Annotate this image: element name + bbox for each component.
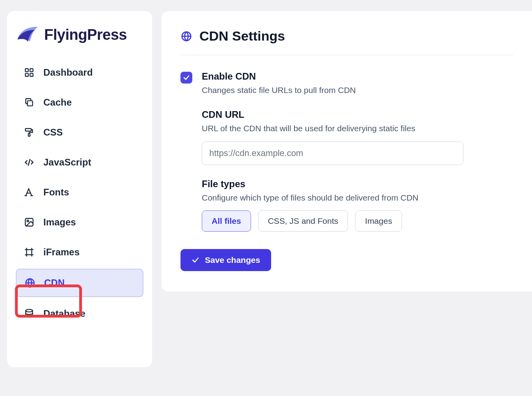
sidebar-item-images[interactable]: Images (16, 209, 143, 236)
check-icon (192, 256, 199, 264)
sidebar-item-cdn[interactable]: CDN (16, 269, 143, 297)
cdn-url-desc: URL of the CDN that will be used for del… (202, 123, 513, 134)
sidebar-item-label: Images (43, 217, 76, 228)
sidebar-item-iframes[interactable]: iFrames (16, 239, 143, 266)
main-panel: CDN Settings Enable CDN Changes static f… (162, 11, 532, 292)
file-types-options: All files CSS, JS and Fonts Images (202, 210, 513, 232)
cdn-url-field: CDN URL URL of the CDN that will be used… (202, 109, 513, 165)
file-types-desc: Configure which type of files should be … (202, 192, 513, 203)
svg-rect-1 (30, 69, 33, 72)
paint-roller-icon (24, 127, 35, 138)
svg-rect-5 (25, 128, 31, 131)
grid-icon (24, 67, 35, 78)
save-button[interactable]: Save changes (180, 249, 271, 271)
sidebar-item-database[interactable]: Database (16, 300, 143, 327)
svg-rect-0 (25, 69, 28, 72)
svg-rect-2 (25, 73, 28, 76)
page-header: CDN Settings (180, 28, 513, 55)
enable-cdn-checkbox[interactable] (180, 72, 192, 84)
enable-cdn-title: Enable CDN (202, 71, 513, 82)
enable-cdn-desc: Changes static file URLs to pull from CD… (202, 84, 513, 96)
copy-icon (24, 97, 35, 108)
sidebar-item-javascript[interactable]: JavaScript (16, 149, 143, 176)
svg-line-7 (28, 159, 30, 165)
sidebar-item-label: Database (43, 308, 86, 319)
sidebar-item-label: Cache (43, 97, 72, 108)
sidebar-item-css[interactable]: CSS (16, 119, 143, 146)
font-icon (24, 187, 35, 198)
cdn-url-input[interactable] (202, 141, 463, 165)
globe-icon (180, 30, 192, 42)
brand-name: FlyingPress (44, 26, 127, 43)
sidebar-item-label: iFrames (43, 247, 80, 258)
enable-cdn-section: Enable CDN Changes static file URLs to p… (180, 55, 513, 232)
database-icon (24, 308, 35, 319)
svg-point-12 (27, 220, 29, 222)
frame-icon (24, 247, 35, 258)
sidebar-item-cache[interactable]: Cache (16, 89, 143, 116)
svg-rect-6 (28, 134, 30, 136)
file-type-option-css-js-fonts[interactable]: CSS, JS and Fonts (258, 210, 348, 232)
sidebar-item-label: JavaScript (43, 157, 91, 168)
svg-point-19 (26, 309, 32, 312)
globe-icon (24, 277, 35, 288)
sidebar-item-label: CSS (43, 127, 63, 138)
sidebar: FlyingPress Dashboard (7, 11, 152, 367)
sidebar-item-dashboard[interactable]: Dashboard (16, 59, 143, 86)
sidebar-item-fonts[interactable]: Fonts (16, 179, 143, 206)
brand: FlyingPress (16, 24, 143, 59)
svg-rect-3 (30, 73, 33, 76)
file-type-option-all[interactable]: All files (202, 210, 251, 232)
page-title: CDN Settings (199, 28, 285, 44)
cdn-url-title: CDN URL (202, 109, 513, 120)
nav: Dashboard Cache (16, 59, 143, 327)
brand-logo-icon (16, 26, 39, 43)
code-icon (24, 157, 35, 168)
file-type-option-images[interactable]: Images (355, 210, 402, 232)
sidebar-item-label: Dashboard (43, 67, 93, 78)
sidebar-item-label: Fonts (43, 187, 69, 198)
check-icon (183, 74, 190, 81)
file-types-title: File types (202, 178, 513, 190)
image-icon (24, 217, 35, 228)
file-types-field: File types Configure which type of files… (202, 178, 513, 232)
sidebar-item-label: CDN (44, 277, 65, 288)
svg-rect-4 (28, 101, 33, 106)
save-button-label: Save changes (205, 255, 260, 265)
